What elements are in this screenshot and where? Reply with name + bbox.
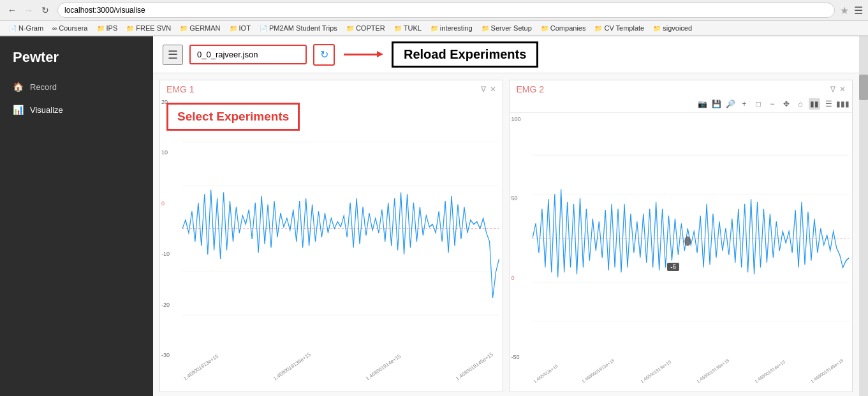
emg2-minimize-icon[interactable]: ∇	[830, 85, 835, 94]
bookmark-interesting-icon: 📁	[430, 25, 438, 32]
select-experiments-label: Select Experiments	[166, 103, 300, 131]
emg2-x-label-1: 1.468001913e+15	[640, 360, 672, 384]
bookmark-copter-label: COPTER	[356, 24, 385, 32]
bookmark-companies-icon: 📁	[541, 25, 548, 32]
charts-area: EMG 1 ∇ ✕ Select Experiments 20 10 0 -	[153, 73, 859, 396]
app-container: Pewter 🏠 Record 📊 Visualize ☰ 0_0_rajvee…	[0, 36, 868, 396]
bar-chart-icon[interactable]: ▮▮▮	[837, 98, 848, 110]
bookmark-pm2am[interactable]: 📄 PM2AM Student Trips	[256, 23, 341, 33]
bookmark-copter[interactable]: 📁 COPTER	[342, 23, 389, 33]
nav-buttons: ← → ↻	[5, 3, 52, 17]
bookmark-ngram-label: N-Gram	[18, 24, 43, 32]
emg1-x-axis: 1.468001913e+15 1.4680019135e+15 1.46800…	[182, 372, 499, 383]
bookmark-companies-label: Companies	[550, 24, 586, 32]
svg-point-10	[684, 236, 691, 246]
hamburger-button[interactable]: ☰	[163, 45, 183, 65]
bookmark-ips-icon: 📁	[97, 25, 105, 32]
home-icon: 🏠	[13, 82, 24, 92]
browser-toolbar: ← → ↻ ★ ☰	[0, 0, 868, 21]
emg1-minimize-icon[interactable]: ∇	[481, 85, 486, 94]
bookmark-iot[interactable]: 📁 IOT	[226, 23, 254, 33]
resize-icon[interactable]: ✥	[781, 98, 792, 110]
scrollbar-thumb[interactable]	[859, 75, 868, 100]
reload-page-button[interactable]: ↻	[38, 3, 52, 17]
emg2-x-label-4: 1.4680019145e+15	[810, 358, 844, 383]
bookmark-tukl-label: TUKL	[404, 24, 422, 32]
experiment-select-wrapper: 0_0_rajveer.json 0_1_rajveer.json 0_2_ra…	[189, 45, 307, 64]
bookmark-tukl[interactable]: 📁 TUKL	[390, 23, 425, 33]
bookmark-cvtemplate-icon: 📁	[594, 25, 602, 32]
reload-experiments-label: Reload Experiments	[392, 41, 538, 68]
bookmark-server-setup[interactable]: 📁 Server Setup	[478, 23, 536, 33]
experiment-select[interactable]: 0_0_rajveer.json 0_1_rajveer.json 0_2_ra…	[191, 46, 305, 63]
bookmark-copter-icon: 📁	[346, 25, 354, 32]
emg1-y-label-10: 10	[161, 149, 170, 156]
sidebar-item-visualize[interactable]: 📊 Visualize	[0, 98, 153, 121]
emg2-title: EMG 2	[517, 84, 545, 94]
emg1-y-label--10: -10	[161, 251, 170, 257]
emg2-panel: EMG 2 ∇ ✕ 📷 💾 🔎 + □ − ✥ ⌂ ▮▮	[510, 80, 853, 392]
reload-icon: ↻	[320, 48, 328, 61]
box-zoom-icon[interactable]: □	[753, 98, 764, 110]
emg1-y-label-0: 0	[161, 200, 170, 207]
emg2-y-axis: 100 50 0 -50	[511, 116, 521, 360]
bookmark-freesvn-icon: 📁	[126, 25, 134, 32]
scrollbar[interactable]	[859, 36, 868, 396]
reload-experiments-button[interactable]: ↻	[313, 44, 335, 66]
emg2-x-label-0: 1.4680001913e+15	[581, 358, 615, 383]
emg1-y-label--20: -20	[161, 302, 170, 308]
zoom-in-icon[interactable]: 🔎	[725, 98, 736, 110]
emg2-tooltip: -6	[667, 263, 679, 271]
forward-button[interactable]: →	[22, 3, 36, 17]
bookmark-star-icon[interactable]: ★	[840, 4, 849, 17]
bookmark-cv-template[interactable]: 📁 CV Template	[591, 23, 648, 33]
emg2-x-label-3: 1.468001914e+15	[754, 360, 786, 384]
sidebar-item-record[interactable]: 🏠 Record	[0, 75, 153, 98]
bookmark-german[interactable]: 📁 GERMAN	[176, 23, 224, 33]
emg1-panel: EMG 1 ∇ ✕ Select Experiments 20 10 0 -	[159, 80, 503, 392]
emg2-close-icon[interactable]: ✕	[839, 85, 846, 94]
emg2-svg	[533, 116, 850, 360]
emg1-y-axis: 20 10 0 -10 -20 -30	[161, 99, 170, 358]
bookmark-coursera[interactable]: ∞ Coursera	[48, 23, 91, 33]
emg2-x-label-2: 1.4680019135e+15	[696, 358, 730, 383]
plus-icon[interactable]: +	[739, 98, 750, 110]
camera-icon[interactable]: 📷	[696, 98, 708, 110]
pan-icon[interactable]: ▮▮	[809, 98, 820, 110]
emg1-svg	[182, 99, 499, 358]
app-title: Pewter	[0, 36, 153, 75]
bookmark-ips[interactable]: 📁 IPS	[93, 23, 122, 33]
save-icon[interactable]: 💾	[710, 98, 722, 110]
bookmark-companies[interactable]: 📁 Companies	[537, 23, 590, 33]
bookmark-sigvoiced-icon: 📁	[653, 25, 661, 32]
browser-chrome: ← → ↻ ★ ☰ 📄 N-Gram ∞ Coursera 📁 IPS 📁 FR…	[0, 0, 868, 36]
emg1-controls: ∇ ✕	[481, 85, 496, 94]
bookmark-iot-icon: 📁	[230, 25, 237, 32]
emg2-y-label-0: 0	[511, 275, 521, 281]
sidebar-visualize-label: Visualize	[30, 105, 63, 115]
emg2-y-label--50: -50	[511, 354, 521, 360]
bookmark-pm2am-icon: 📄	[260, 25, 267, 32]
bookmark-sigvoiced[interactable]: 📁 sigvoiced	[649, 23, 696, 33]
arrow-head-icon	[377, 51, 383, 57]
annotation-arrow-line	[344, 54, 379, 55]
bookmark-tukl-icon: 📁	[394, 25, 402, 32]
bookmark-sigvoiced-label: sigvoiced	[663, 24, 692, 32]
emg1-title: EMG 1	[166, 84, 195, 94]
bookmark-ngram[interactable]: 📄 N-Gram	[5, 23, 47, 33]
minus-icon[interactable]: −	[767, 98, 778, 110]
address-bar[interactable]	[57, 3, 835, 18]
emg1-close-icon[interactable]: ✕	[490, 85, 496, 94]
home-reset-icon[interactable]: ⌂	[795, 98, 806, 110]
menu-icon[interactable]: ☰	[854, 4, 863, 17]
emg2-chart-body: 100 50 0 -50	[510, 113, 853, 386]
bookmark-interesting[interactable]: 📁 interesting	[427, 23, 476, 33]
lines-icon[interactable]: ☰	[823, 98, 834, 110]
back-button[interactable]: ←	[5, 3, 19, 17]
emg2-toolbar: 📷 💾 🔎 + □ − ✥ ⌂ ▮▮ ☰ ▮▮▮	[510, 96, 853, 113]
annotation-arrow-area	[344, 54, 379, 55]
emg2-y-label-50: 50	[511, 195, 521, 202]
sidebar-record-label: Record	[30, 82, 57, 92]
bookmark-free-svn[interactable]: 📁 FREE SVN	[122, 23, 175, 33]
bookmark-german-label: GERMAN	[189, 24, 220, 32]
